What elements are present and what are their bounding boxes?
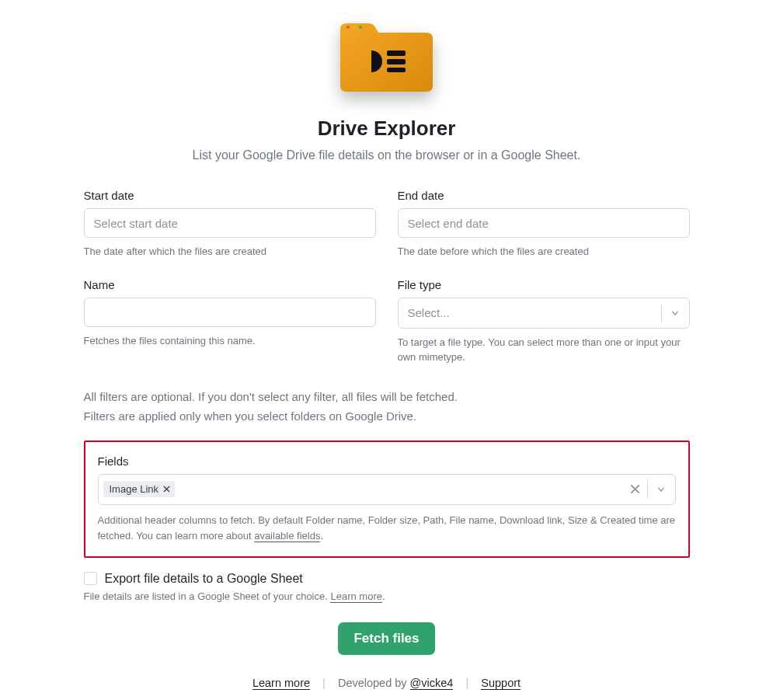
fields-section: Fields Image Link Additional header colu… bbox=[84, 441, 690, 558]
file-type-select[interactable]: Select... bbox=[398, 298, 690, 329]
support-link[interactable]: Support bbox=[481, 677, 521, 690]
file-type-help: To target a file type. You can select mo… bbox=[398, 335, 690, 365]
fields-multiselect[interactable]: Image Link bbox=[98, 474, 676, 505]
start-date-group: Start date The date after which the file… bbox=[84, 189, 376, 259]
app-logo bbox=[334, 16, 439, 103]
filters-note-2: Filters are applied only when you select… bbox=[84, 406, 690, 427]
footer: Learn more | Developed by @vicke4 | Supp… bbox=[84, 677, 690, 700]
name-group: Name Fetches the files containing this n… bbox=[84, 278, 376, 365]
svg-point-2 bbox=[359, 26, 362, 29]
export-label: Export file details to a Google Sheet bbox=[105, 572, 303, 586]
available-fields-link[interactable]: available fields bbox=[254, 530, 320, 542]
fields-label: Fields bbox=[98, 454, 676, 468]
chip-label: Image Link bbox=[110, 483, 159, 495]
app-subtitle: List your Google Drive file details on t… bbox=[84, 148, 690, 162]
chip-remove-icon[interactable] bbox=[163, 483, 170, 495]
file-type-label: File type bbox=[398, 278, 690, 291]
app-title: Drive Explorer bbox=[84, 117, 690, 141]
name-help: Fetches the files containing this name. bbox=[84, 333, 376, 349]
fields-chip-image-link: Image Link bbox=[103, 481, 176, 497]
file-type-placeholder: Select... bbox=[408, 306, 661, 319]
file-type-group: File type Select... To target a file typ… bbox=[398, 278, 690, 365]
end-date-label: End date bbox=[398, 189, 690, 202]
export-learn-more-link[interactable]: Learn more bbox=[330, 590, 381, 603]
divider: | bbox=[465, 677, 468, 689]
svg-point-0 bbox=[346, 26, 350, 29]
svg-rect-3 bbox=[387, 50, 406, 56]
svg-point-1 bbox=[353, 26, 356, 29]
divider: | bbox=[322, 677, 326, 689]
end-date-help: The date before which the files are crea… bbox=[398, 244, 690, 259]
chevron-down-icon[interactable] bbox=[647, 475, 675, 504]
end-date-input[interactable] bbox=[398, 208, 690, 238]
name-input[interactable] bbox=[84, 298, 376, 327]
start-date-input[interactable] bbox=[84, 208, 376, 238]
fetch-files-button[interactable]: Fetch files bbox=[338, 622, 434, 655]
svg-rect-5 bbox=[387, 68, 406, 72]
end-date-group: End date The date before which the files… bbox=[398, 189, 690, 259]
footer-learn-more-link[interactable]: Learn more bbox=[252, 677, 310, 690]
svg-rect-4 bbox=[387, 59, 406, 64]
name-label: Name bbox=[84, 278, 376, 291]
filters-note-1: All filters are optional. If you don't s… bbox=[84, 387, 690, 407]
start-date-label: Start date bbox=[84, 189, 376, 202]
developed-by-text: Developed by bbox=[338, 677, 410, 689]
start-date-help: The date after which the files are creat… bbox=[84, 244, 376, 259]
chevron-down-icon bbox=[661, 298, 689, 328]
clear-icon[interactable] bbox=[624, 484, 647, 494]
export-help: File details are listed in a Google Shee… bbox=[84, 590, 690, 602]
export-checkbox[interactable] bbox=[84, 572, 97, 585]
fields-help: Additional header columns to fetch. By d… bbox=[98, 513, 676, 544]
author-link[interactable]: @vicke4 bbox=[410, 677, 454, 690]
